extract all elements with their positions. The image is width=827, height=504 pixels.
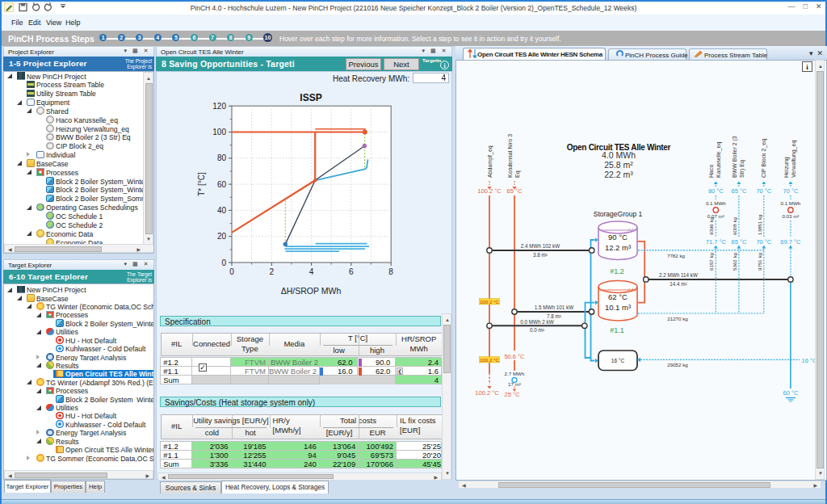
svg-text:50.6 °C: 50.6 °C bbox=[504, 353, 525, 360]
svg-text:8: 8 bbox=[388, 267, 393, 276]
svg-text:CIP Block 2_eq: CIP Block 2_eq bbox=[761, 139, 767, 178]
svg-text:70 °C: 70 °C bbox=[756, 187, 771, 195]
svg-text:29052 kg: 29052 kg bbox=[667, 362, 688, 368]
svg-text:#1.1: #1.1 bbox=[610, 326, 624, 334]
svg-text:Eq: Eq bbox=[514, 170, 521, 178]
svg-text:17 m³: 17 m³ bbox=[508, 381, 521, 387]
svg-text:6: 6 bbox=[349, 267, 354, 276]
svg-text:1.5 MWh 101 kW: 1.5 MWh 101 kW bbox=[535, 304, 573, 310]
svg-text:2.7 MWh: 2.7 MWh bbox=[505, 371, 525, 376]
svg-text:20: 20 bbox=[217, 232, 227, 241]
svg-text:StorageGroup 1: StorageGroup 1 bbox=[594, 210, 643, 218]
svg-text:6157 kg: 6157 kg bbox=[708, 252, 714, 271]
svg-text:4.0 MWh: 4.0 MWh bbox=[602, 150, 636, 160]
svg-text:0: 0 bbox=[221, 258, 226, 267]
svg-text:65 °C: 65 °C bbox=[731, 187, 746, 195]
svg-text:60 °C: 60 °C bbox=[783, 389, 798, 397]
svg-text:100.2 °C: 100.2 °C bbox=[480, 299, 500, 304]
svg-text:69.7 °C: 69.7 °C bbox=[780, 238, 801, 246]
svg-text:14.4 m²: 14.4 m² bbox=[670, 281, 686, 287]
svg-text:9751 kg: 9751 kg bbox=[757, 252, 762, 271]
svg-text:BWW Boiler 2 (3: BWW Boiler 2 (3 bbox=[732, 136, 738, 178]
svg-text:2.2 MWh 114 kW: 2.2 MWh 114 kW bbox=[659, 272, 698, 278]
svg-text:22.2 m³: 22.2 m³ bbox=[604, 170, 633, 179]
svg-text:25 °C: 25 °C bbox=[505, 391, 520, 398]
svg-text:0.0 MWh 2 kW: 0.0 MWh 2 kW bbox=[520, 319, 553, 325]
svg-text:Haco: Haco bbox=[708, 165, 714, 178]
svg-text:70 °C: 70 °C bbox=[756, 238, 771, 246]
svg-text:2.4 MWh 102 kW: 2.4 MWh 102 kW bbox=[521, 243, 560, 249]
svg-text:60: 60 bbox=[217, 180, 227, 189]
svg-text:90 °C: 90 °C bbox=[608, 233, 628, 242]
svg-text:12.2 m³: 12.2 m³ bbox=[605, 243, 631, 252]
svg-text:0: 0 bbox=[229, 267, 234, 276]
svg-text:16 °C: 16 °C bbox=[802, 357, 815, 364]
svg-text:ISSP: ISSP bbox=[300, 92, 321, 103]
svg-text:100.2 °C: 100.2 °C bbox=[477, 187, 502, 195]
svg-text:10.1 m³: 10.1 m³ bbox=[605, 303, 631, 312]
svg-text:T* [°C]: T* [°C] bbox=[197, 172, 206, 196]
svg-text:ΔH/SROP MWh: ΔH/SROP MWh bbox=[281, 286, 342, 296]
svg-text:21270 kg: 21270 kg bbox=[667, 316, 688, 321]
svg-text:#1.2: #1.2 bbox=[610, 267, 624, 275]
svg-text:25.8 m²: 25.8 m² bbox=[604, 160, 633, 170]
svg-text:6008 kg: 6008 kg bbox=[732, 216, 737, 235]
svg-text:40: 40 bbox=[217, 206, 227, 215]
svg-text:80: 80 bbox=[217, 153, 227, 162]
svg-text:16 °C: 16 °C bbox=[611, 358, 625, 363]
svg-text:65 °C: 65 °C bbox=[731, 238, 746, 246]
svg-text:3.8 m²: 3.8 m² bbox=[533, 252, 548, 258]
svg-text:2: 2 bbox=[270, 267, 275, 276]
svg-text:71.7 °C: 71.7 °C bbox=[706, 238, 727, 246]
svg-text:0.1 MWh: 0.1 MWh bbox=[781, 200, 801, 206]
svg-text:0.0 m²: 0.0 m² bbox=[530, 327, 544, 333]
svg-text:80 °C: 80 °C bbox=[708, 187, 724, 195]
svg-text:120: 120 bbox=[212, 102, 226, 111]
svg-text:0.03 m³: 0.03 m³ bbox=[782, 213, 799, 219]
svg-text:Str) Eq: Str) Eq bbox=[739, 160, 745, 178]
svg-text:Verwaltung_eq: Verwaltung_eq bbox=[791, 141, 797, 178]
svg-text:7782 kg: 7782 kg bbox=[667, 253, 686, 258]
svg-text:Karusselle_eq: Karusselle_eq bbox=[716, 142, 722, 178]
svg-text:100.2 °C: 100.2 °C bbox=[480, 357, 500, 363]
svg-text:0.1 MWh: 0.1 MWh bbox=[706, 200, 726, 206]
svg-text:70 °C: 70 °C bbox=[783, 187, 798, 195]
svg-text:7.8 m²: 7.8 m² bbox=[547, 313, 561, 319]
svg-text:Heizung: Heizung bbox=[783, 157, 790, 178]
svg-text:Abdampf_eq: Abdampf_eq bbox=[487, 145, 493, 178]
svg-text:5362 kg: 5362 kg bbox=[732, 252, 737, 271]
svg-text:65 °C: 65 °C bbox=[507, 187, 523, 195]
svg-text:13851 kg: 13851 kg bbox=[757, 214, 762, 235]
svg-text:100: 100 bbox=[212, 128, 226, 136]
svg-text:Kondensat Niro 3: Kondensat Niro 3 bbox=[507, 134, 513, 178]
svg-text:4: 4 bbox=[309, 267, 314, 276]
svg-text:62 °C: 62 °C bbox=[608, 292, 628, 301]
svg-text:9396 kg: 9396 kg bbox=[708, 216, 714, 235]
svg-text:100.2 °C: 100.2 °C bbox=[475, 389, 499, 397]
